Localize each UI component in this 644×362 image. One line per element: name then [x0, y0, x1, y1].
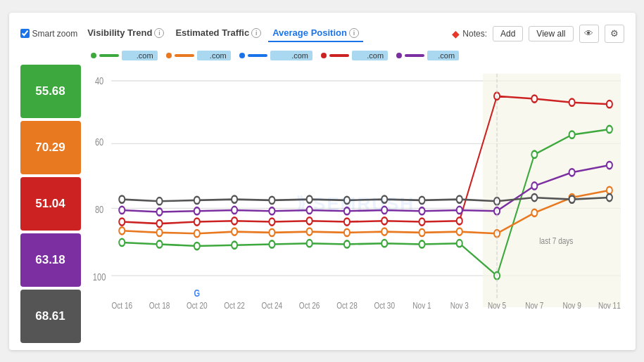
- svg-point-52: [606, 186, 612, 193]
- val-box-3: 63.18: [20, 233, 81, 287]
- legend-label-2: .com: [270, 51, 312, 60]
- svg-text:Oct 20: Oct 20: [187, 301, 208, 310]
- svg-point-29: [269, 240, 274, 247]
- gear-icon-button[interactable]: ⚙: [605, 25, 624, 43]
- svg-text:Nov 3: Nov 3: [450, 301, 468, 310]
- svg-point-60: [381, 217, 387, 224]
- svg-point-26: [156, 240, 162, 247]
- svg-point-47: [419, 228, 424, 235]
- tab-traffic[interactable]: Estimated Traffic i: [171, 25, 265, 42]
- svg-point-44: [306, 228, 312, 235]
- svg-point-42: [232, 228, 237, 235]
- svg-point-86: [306, 195, 312, 202]
- chart-area: ⟫ SEMRUSH 40 60 80 100 Oct 16 Oct 18 Oct…: [87, 65, 624, 343]
- info-icon-visibility: i: [154, 28, 164, 38]
- svg-text:Oct 16: Oct 16: [111, 301, 132, 310]
- svg-text:Nov 11: Nov 11: [598, 301, 620, 310]
- svg-text:Nov 7: Nov 7: [525, 301, 543, 310]
- svg-point-93: [569, 195, 574, 202]
- svg-point-38: [606, 125, 612, 132]
- svg-point-39: [119, 227, 125, 234]
- chart-svg: 40 60 80 100 Oct 16 Oct 18 Oct 20 Oct 22…: [87, 65, 624, 343]
- legend-item-1: .com: [166, 51, 231, 60]
- svg-point-92: [531, 193, 537, 200]
- smart-zoom: Smart zoom: [20, 29, 78, 39]
- svg-point-64: [531, 95, 537, 102]
- svg-point-70: [232, 206, 237, 213]
- svg-point-58: [306, 217, 312, 224]
- tab-position[interactable]: Average Position i: [268, 25, 363, 42]
- notes-label: ◆ Notes:: [452, 28, 487, 39]
- svg-point-76: [456, 206, 462, 213]
- svg-point-79: [569, 169, 574, 176]
- svg-point-94: [606, 193, 612, 200]
- svg-text:Oct 26: Oct 26: [298, 301, 320, 310]
- tab-visibility[interactable]: Visibility Trend i: [83, 25, 168, 42]
- svg-text:100: 100: [92, 271, 105, 283]
- legend-item-2: .com: [239, 51, 312, 60]
- svg-rect-8: [482, 73, 620, 306]
- svg-text:Oct 28: Oct 28: [336, 301, 358, 310]
- svg-point-61: [419, 218, 424, 225]
- svg-point-48: [456, 228, 462, 235]
- svg-point-71: [269, 207, 274, 214]
- legend-item-3: .com: [321, 51, 388, 60]
- svg-text:Oct 24: Oct 24: [261, 301, 282, 310]
- svg-point-59: [343, 218, 349, 225]
- svg-text:60: 60: [94, 136, 103, 148]
- svg-point-25: [119, 238, 125, 245]
- legend-label-0: .com: [122, 51, 158, 60]
- legend-label-1: .com: [197, 51, 231, 60]
- svg-text:G: G: [194, 287, 200, 299]
- svg-point-88: [381, 195, 387, 202]
- add-note-button[interactable]: Add: [493, 26, 523, 41]
- svg-point-73: [343, 207, 349, 214]
- svg-point-43: [269, 228, 274, 235]
- svg-point-62: [456, 217, 462, 224]
- svg-point-68: [156, 208, 162, 215]
- smart-zoom-checkbox[interactable]: [20, 29, 30, 38]
- svg-point-30: [306, 240, 312, 247]
- svg-point-40: [156, 228, 162, 235]
- legend-dot-2: [239, 53, 245, 58]
- svg-point-67: [119, 206, 125, 213]
- svg-point-34: [456, 240, 462, 247]
- svg-point-90: [456, 195, 462, 202]
- svg-point-55: [194, 218, 199, 225]
- legend-bar-0: [99, 54, 119, 57]
- svg-point-54: [156, 219, 162, 226]
- svg-point-65: [569, 98, 574, 105]
- legend-item-4: .com: [396, 51, 459, 60]
- svg-point-36: [531, 150, 537, 157]
- val-box-2: 51.04: [20, 177, 81, 231]
- legend-dot-4: [396, 53, 402, 58]
- main-card: Smart zoom Visibility Trend i Estimated …: [9, 13, 636, 350]
- svg-point-81: [119, 195, 125, 202]
- svg-point-45: [343, 228, 349, 235]
- info-icon-traffic: i: [251, 28, 261, 38]
- legend-label-4: .com: [427, 51, 459, 60]
- view-all-button[interactable]: View all: [529, 26, 573, 41]
- eye-icon-button[interactable]: 👁: [579, 25, 599, 43]
- svg-text:80: 80: [94, 204, 103, 215]
- svg-point-50: [531, 209, 537, 216]
- svg-text:Nov 5: Nov 5: [487, 301, 505, 310]
- legend-bar-4: [405, 54, 424, 57]
- val-box-0: 55.68: [20, 65, 81, 118]
- svg-text:40: 40: [94, 75, 103, 86]
- val-box-4: 68.61: [20, 290, 81, 343]
- svg-point-78: [531, 182, 537, 189]
- legend-item-0: .com: [91, 51, 158, 60]
- info-icon-position: i: [349, 28, 359, 38]
- svg-text:Oct 22: Oct 22: [224, 301, 245, 310]
- svg-point-69: [194, 207, 199, 214]
- svg-point-85: [269, 196, 274, 203]
- svg-point-80: [606, 161, 612, 168]
- legend-dot-1: [166, 53, 172, 58]
- smart-zoom-label: Smart zoom: [32, 29, 78, 39]
- legend-label-3: .com: [352, 51, 388, 60]
- val-box-1: 70.29: [20, 121, 81, 174]
- svg-point-89: [419, 196, 424, 203]
- svg-point-87: [343, 196, 349, 203]
- svg-point-83: [194, 196, 199, 203]
